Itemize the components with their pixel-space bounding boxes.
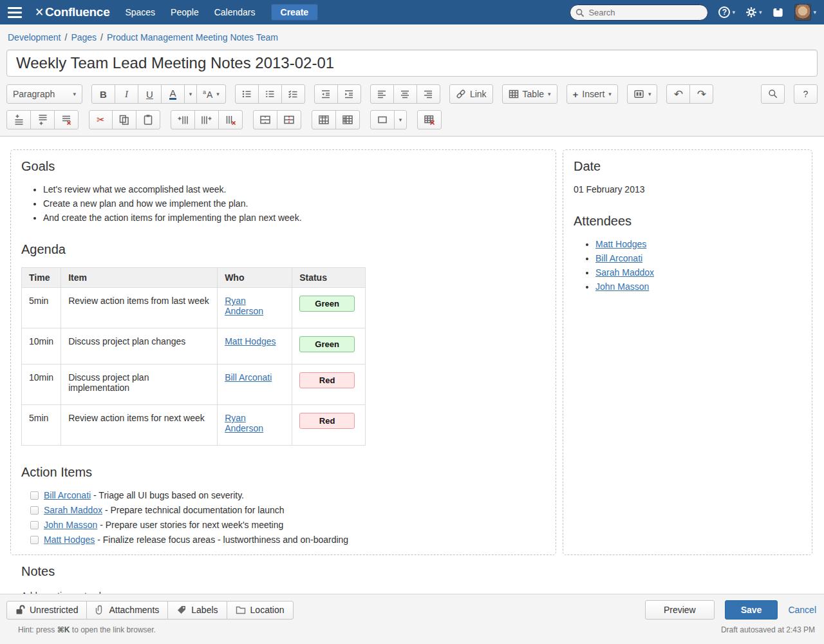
text-color-dropdown[interactable]: ▾ [184, 84, 197, 104]
heading-column-button[interactable] [335, 110, 360, 129]
preview-button[interactable]: Preview [645, 600, 715, 620]
redo-button[interactable]: ↷ [689, 84, 713, 104]
table-button[interactable]: Table ▾ [502, 84, 557, 104]
chevron-down-icon: ▾ [813, 9, 816, 15]
menu-icon[interactable] [8, 7, 22, 18]
user-link[interactable]: Sarah Maddox [595, 267, 654, 278]
user-link[interactable]: Sarah Maddox [44, 505, 102, 515]
paste-row-button[interactable] [136, 110, 160, 129]
numbered-list-button[interactable] [258, 84, 282, 104]
save-button[interactable]: Save [725, 600, 778, 620]
user-link[interactable]: John Masson [44, 520, 97, 530]
cancel-link[interactable]: Cancel [788, 605, 816, 615]
task-checkbox[interactable] [30, 506, 39, 515]
user-link[interactable]: Matt Hodges [44, 535, 95, 545]
user-link[interactable]: Ryan Anderson [225, 296, 263, 316]
chevron-down-icon: ▾ [648, 91, 651, 97]
search-input[interactable] [570, 5, 708, 21]
user-link[interactable]: Ryan Anderson [225, 413, 263, 433]
cell-options-dropdown[interactable]: ▾ [394, 110, 407, 129]
layout-section-sidebar[interactable]: Date 01 February 2013 Attendees Matt Hod… [563, 149, 812, 555]
delete-column-button[interactable] [218, 110, 243, 129]
task-list-button[interactable] [281, 84, 305, 104]
confluence-logo[interactable]: ✕ Confluence [35, 5, 109, 19]
help-icon: ? [718, 6, 730, 18]
align-right-button[interactable] [417, 84, 440, 104]
agenda-item: Discuss project plan changes [61, 328, 218, 365]
undo-button[interactable]: ↶ [666, 84, 690, 104]
insert-row-below-button[interactable] [30, 110, 55, 129]
copy-row-button[interactable] [112, 110, 136, 129]
paragraph-style-select[interactable]: Paragraph ▾ [6, 84, 82, 104]
agenda-table[interactable]: Time Item Who Status 5min Review action … [21, 267, 366, 446]
bullet-list-icon [241, 89, 252, 99]
user-link[interactable]: Bill Arconati [225, 372, 272, 383]
status-badge[interactable]: Green [299, 296, 355, 312]
agenda-col-status: Status [292, 268, 366, 288]
italic-button[interactable]: I [115, 84, 138, 104]
table-row: 5min Review action items for next week R… [22, 405, 366, 446]
task-checkbox[interactable] [30, 536, 39, 544]
page-layout-button[interactable]: ▾ [627, 84, 658, 104]
cut-row-button[interactable]: ✂ [89, 110, 113, 129]
cell-options-button[interactable] [370, 110, 395, 129]
delete-table-button[interactable] [417, 110, 442, 129]
bullet-list-button[interactable] [235, 84, 259, 104]
insert-column-after-button[interactable] [194, 110, 219, 129]
location-button[interactable]: Location [227, 601, 294, 620]
restrictions-button[interactable]: Unrestricted [6, 601, 87, 620]
workbox-tray-icon [772, 7, 784, 18]
find-replace-button[interactable] [761, 84, 785, 104]
nav-item-calendars[interactable]: Calendars [214, 7, 256, 17]
align-center-button[interactable] [393, 84, 417, 104]
attachments-button[interactable]: Attachments [86, 601, 168, 620]
align-left-button[interactable] [370, 84, 394, 104]
confluence-logo-text: Confluence [45, 5, 109, 19]
text-format-button[interactable]: aA ▾ [196, 84, 226, 104]
delete-row-button[interactable] [54, 110, 79, 129]
split-cells-button[interactable] [277, 110, 301, 129]
nav-item-people[interactable]: People [171, 7, 199, 17]
status-badge[interactable]: Green [299, 336, 355, 352]
breadcrumb-pages[interactable]: Pages [71, 32, 97, 43]
user-link[interactable]: Matt Hodges [225, 336, 276, 346]
task-checkbox[interactable] [30, 521, 39, 529]
user-link[interactable]: Matt Hodges [595, 239, 646, 249]
insert-column-after-icon [201, 114, 212, 126]
indent-button[interactable] [337, 84, 361, 104]
agenda-time: 10min [22, 365, 61, 405]
nav-item-spaces[interactable]: Spaces [125, 7, 155, 17]
link-button[interactable]: Link [449, 84, 493, 104]
user-menu-button[interactable]: ▾ [794, 4, 816, 21]
user-link[interactable]: Bill Arconati [44, 490, 91, 500]
action-items-heading: Action Items [21, 465, 545, 480]
text-color-button[interactable]: A [161, 84, 185, 104]
insert-column-before-button[interactable] [171, 110, 195, 129]
notifications-button[interactable] [772, 7, 784, 18]
user-link[interactable]: John Masson [595, 281, 649, 292]
page-title-input[interactable] [6, 50, 818, 77]
agenda-item: Discuss project plan implementation [61, 365, 218, 405]
bold-button[interactable]: B [91, 84, 115, 104]
breadcrumb-development[interactable]: Development [8, 32, 61, 43]
labels-button[interactable]: Labels [167, 601, 227, 620]
status-badge[interactable]: Red [299, 372, 355, 388]
outdent-button[interactable] [314, 84, 338, 104]
settings-menu-button[interactable]: ▾ [745, 6, 762, 18]
layout-section-main[interactable]: Goals Let's review what we accomplished … [10, 149, 556, 555]
editor-help-button[interactable]: ? [794, 84, 818, 104]
merge-cells-button[interactable] [253, 110, 277, 129]
task-checkbox[interactable] [30, 491, 39, 500]
goal-item: Let's review what we accomplished last w… [43, 184, 545, 194]
breadcrumb-space[interactable]: Product Management Meeting Notes Team [107, 32, 278, 43]
plus-icon: + [573, 89, 579, 100]
underline-button[interactable]: U [138, 84, 162, 104]
status-badge[interactable]: Red [299, 413, 355, 429]
insert-button[interactable]: + Insert ▾ [566, 84, 618, 104]
user-link[interactable]: Bill Arconati [595, 253, 642, 263]
help-menu-button[interactable]: ? ▾ [718, 6, 735, 18]
cut-row-icon: ✂ [97, 114, 105, 126]
insert-row-above-button[interactable] [6, 110, 31, 129]
create-button[interactable]: Create [271, 4, 319, 21]
heading-row-button[interactable] [312, 110, 336, 129]
